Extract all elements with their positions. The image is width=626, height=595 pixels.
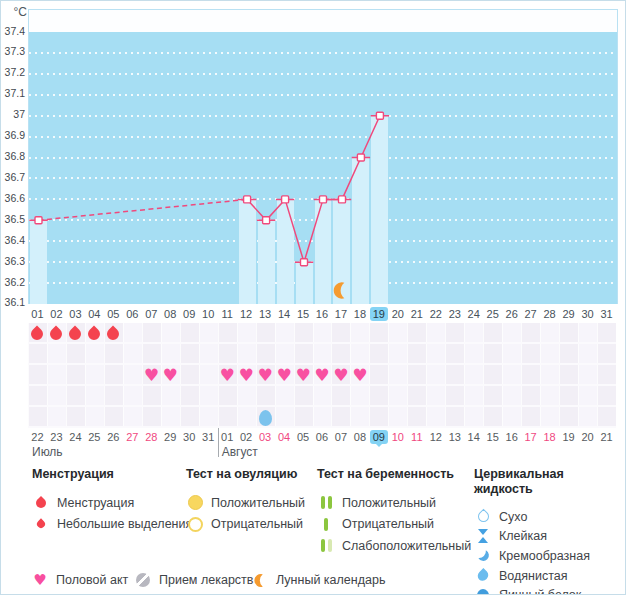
calendar-date-cell[interactable]: 23 xyxy=(47,428,66,445)
axis-tick-label: 36.3 xyxy=(1,255,25,268)
cycle-day-cell[interactable]: 21 xyxy=(407,304,426,323)
temperature-point-marker[interactable] xyxy=(35,217,42,224)
cycle-day-cell[interactable]: 27 xyxy=(521,304,540,323)
legend-item: Лунный календарь xyxy=(251,570,385,590)
temperature-line-dashed xyxy=(39,199,248,220)
cycle-day-cell[interactable]: 08 xyxy=(161,304,180,323)
cycle-day-cell[interactable]: 13 xyxy=(256,304,275,323)
axis-tick-label: 36.4 xyxy=(1,234,25,247)
cycle-day-cell[interactable]: 01 xyxy=(28,304,47,323)
intercourse-heart-icon: ♥ xyxy=(294,365,313,386)
calendar-date-cell[interactable]: 10 xyxy=(388,428,407,445)
calendar-date-cell[interactable]: 03 xyxy=(256,428,275,445)
legend-section: Тест на беременностьПоложительныйОтрицат… xyxy=(317,467,471,557)
calendar-date-cell[interactable]: 02 xyxy=(237,428,256,445)
intercourse-heart-icon: ♥ xyxy=(331,365,350,386)
ovulation-negative-icon xyxy=(186,516,204,532)
temperature-point-marker[interactable] xyxy=(339,196,346,203)
cycle-day-cell[interactable]: 11 xyxy=(218,304,237,323)
legend-section-title: Цервикальная жидкость xyxy=(474,467,625,497)
calendar-date-cell[interactable]: 20 xyxy=(578,428,597,445)
calendar-date-cell[interactable]: 09 xyxy=(369,428,388,445)
calendar-date-cell[interactable]: 13 xyxy=(445,428,464,445)
calendar-date-cell[interactable]: 19 xyxy=(559,428,578,445)
temperature-point-marker[interactable] xyxy=(320,196,327,203)
cycle-day-cell[interactable]: 28 xyxy=(540,304,559,323)
cycle-day-cell[interactable]: 14 xyxy=(275,304,294,323)
cervical-watery-icon xyxy=(474,568,492,584)
pregnancy-negative-icon xyxy=(317,516,335,532)
month-separator-line xyxy=(218,428,219,457)
cycle-day-cell[interactable]: 25 xyxy=(483,304,502,323)
axis-tick-label: 36.8 xyxy=(1,150,25,163)
calendar-date-cell[interactable]: 05 xyxy=(294,428,313,445)
cycle-day-cell[interactable]: 31 xyxy=(597,304,616,323)
cycle-day-cell[interactable]: 04 xyxy=(85,304,104,323)
cycle-day-cell[interactable]: 17 xyxy=(331,304,350,323)
calendar-date-cell[interactable]: 07 xyxy=(331,428,350,445)
intercourse-heart-icon: ♥ xyxy=(161,365,180,386)
legend-item-label: Небольшие выделения xyxy=(57,517,192,531)
temperature-point-marker[interactable] xyxy=(244,196,251,203)
calendar-date-cell[interactable]: 04 xyxy=(275,428,294,445)
calendar-date-cell[interactable]: 17 xyxy=(521,428,540,445)
cycle-day-cell[interactable]: 30 xyxy=(578,304,597,323)
calendar-date-cell[interactable]: 16 xyxy=(502,428,521,445)
calendar-date-cell[interactable]: 27 xyxy=(123,428,142,445)
cycle-day-cell[interactable]: 16 xyxy=(313,304,332,323)
axis-tick-label: 36.5 xyxy=(1,213,25,226)
moon-icon xyxy=(332,281,351,300)
legend-item-label: Сухо xyxy=(499,510,527,524)
legend-item-label: Водянистая xyxy=(499,569,568,583)
cycle-day-cell[interactable]: 06 xyxy=(123,304,142,323)
calendar-date-cell[interactable]: 30 xyxy=(180,428,199,445)
legend-item: Клейкая xyxy=(474,527,625,547)
menstruation-icon xyxy=(28,323,47,344)
temperature-point-marker[interactable] xyxy=(376,112,383,119)
calendar-date-cell[interactable]: 11 xyxy=(407,428,426,445)
legend-item: Отрицательный xyxy=(186,514,305,536)
calendar-date-cell[interactable]: 26 xyxy=(104,428,123,445)
calendar-date-cell[interactable]: 18 xyxy=(540,428,559,445)
cycle-day-cell[interactable]: 07 xyxy=(142,304,161,323)
calendar-date-cell[interactable]: 24 xyxy=(66,428,85,445)
calendar-date-cell[interactable]: 15 xyxy=(483,428,502,445)
cycle-day-cell[interactable]: 18 xyxy=(350,304,369,323)
axis-tick-label: 37.2 xyxy=(1,66,25,79)
temperature-point-marker[interactable] xyxy=(301,259,308,266)
cycle-day-cell[interactable]: 23 xyxy=(445,304,464,323)
legend-item: Положительный xyxy=(186,492,305,514)
cycle-day-cell[interactable]: 12 xyxy=(237,304,256,323)
calendar-date-cell[interactable]: 21 xyxy=(597,428,616,445)
temperature-point-marker[interactable] xyxy=(357,154,364,161)
cycle-day-cell[interactable]: 20 xyxy=(388,304,407,323)
legend-item-label: Клейкая xyxy=(499,529,547,543)
bbt-chart-widget: °C 37.437.337.237.13736.936.836.736.636.… xyxy=(0,0,626,595)
cycle-day-cell[interactable]: 10 xyxy=(199,304,218,323)
calendar-date-cell[interactable]: 28 xyxy=(142,428,161,445)
cycle-day-cell[interactable]: 09 xyxy=(180,304,199,323)
legend-section: МенструацияМенструацияНебольшие выделени… xyxy=(32,467,192,535)
cycle-day-cell[interactable]: 26 xyxy=(502,304,521,323)
cycle-day-cell[interactable]: 29 xyxy=(559,304,578,323)
temperature-point-marker[interactable] xyxy=(282,196,289,203)
calendar-date-cell[interactable]: 29 xyxy=(161,428,180,445)
cycle-day-cell[interactable]: 15 xyxy=(294,304,313,323)
calendar-date-cell[interactable]: 06 xyxy=(313,428,332,445)
axis-tick-label: 37.1 xyxy=(1,87,25,100)
cycle-day-cell[interactable]: 19 xyxy=(369,304,388,323)
legend-section-title: Тест на беременность xyxy=(317,467,471,482)
calendar-date-cell[interactable]: 25 xyxy=(85,428,104,445)
cycle-day-cell[interactable]: 02 xyxy=(47,304,66,323)
temperature-point-marker[interactable] xyxy=(263,217,270,224)
calendar-date-cell[interactable]: 31 xyxy=(199,428,218,445)
cycle-day-cell[interactable]: 03 xyxy=(66,304,85,323)
calendar-date-cell[interactable]: 22 xyxy=(28,428,47,445)
cycle-day-cell[interactable]: 22 xyxy=(426,304,445,323)
calendar-date-cell[interactable]: 12 xyxy=(426,428,445,445)
calendar-date-cell[interactable]: 08 xyxy=(350,428,369,445)
calendar-date-cell[interactable]: 01 xyxy=(218,428,237,445)
calendar-date-cell[interactable]: 14 xyxy=(464,428,483,445)
cycle-day-cell[interactable]: 24 xyxy=(464,304,483,323)
cycle-day-cell[interactable]: 05 xyxy=(104,304,123,323)
